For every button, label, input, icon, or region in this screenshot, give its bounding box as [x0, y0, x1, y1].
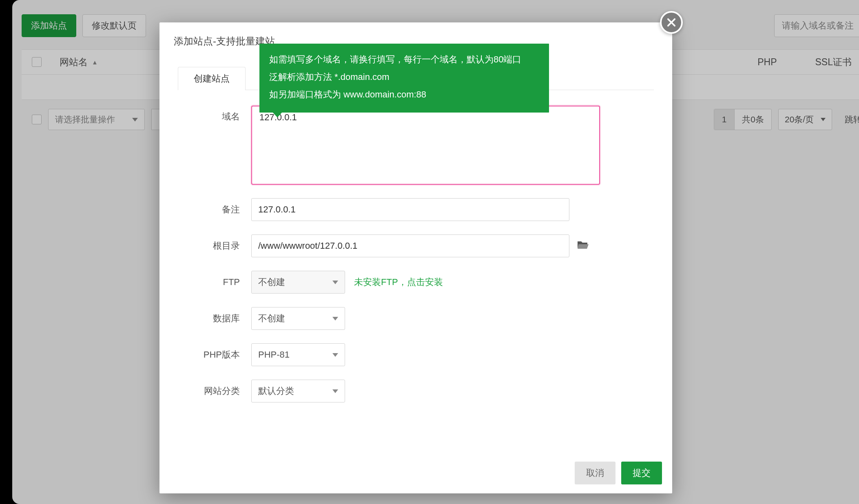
database-select[interactable]: 不创建: [251, 307, 345, 330]
ftp-value: 不创建: [258, 276, 285, 288]
php-version-select[interactable]: PHP-81: [251, 343, 345, 366]
label-php: PHP版本: [188, 349, 251, 361]
chevron-down-icon: [332, 389, 338, 393]
php-value: PHP-81: [258, 349, 290, 360]
label-ftp: FTP: [188, 277, 251, 287]
tooltip-line: 如另加端口格式为 www.domain.com:88: [269, 86, 539, 104]
label-remark: 备注: [188, 203, 251, 216]
domain-textarea[interactable]: [251, 106, 600, 185]
domain-tooltip: 如需填写多个域名，请换行填写，每行一个域名，默认为80端口 泛解析添加方法 *.…: [259, 44, 549, 113]
remark-input[interactable]: [251, 198, 569, 221]
root-dir-input[interactable]: [251, 234, 569, 257]
site-category-select[interactable]: 默认分类: [251, 380, 345, 402]
chevron-down-icon: [332, 353, 338, 357]
chevron-down-icon: [332, 317, 338, 321]
chevron-down-icon: [332, 281, 338, 284]
tooltip-line: 如需填写多个域名，请换行填写，每行一个域名，默认为80端口: [269, 51, 539, 69]
submit-button[interactable]: 提交: [621, 462, 662, 484]
category-value: 默认分类: [258, 385, 294, 397]
close-button[interactable]: [660, 11, 683, 34]
cancel-button[interactable]: 取消: [575, 462, 615, 484]
db-value: 不创建: [258, 312, 285, 325]
ftp-select[interactable]: 不创建: [251, 271, 345, 294]
label-category: 网站分类: [188, 385, 251, 397]
tooltip-line: 泛解析添加方法 *.domain.com: [269, 69, 539, 86]
close-icon: [666, 17, 677, 28]
label-db: 数据库: [188, 312, 251, 325]
folder-open-icon[interactable]: [577, 240, 589, 252]
tab-create-site[interactable]: 创建站点: [178, 67, 246, 90]
label-domain: 域名: [188, 106, 251, 123]
ftp-install-link[interactable]: 未安装FTP，点击安装: [354, 276, 443, 288]
label-root: 根目录: [188, 240, 251, 252]
